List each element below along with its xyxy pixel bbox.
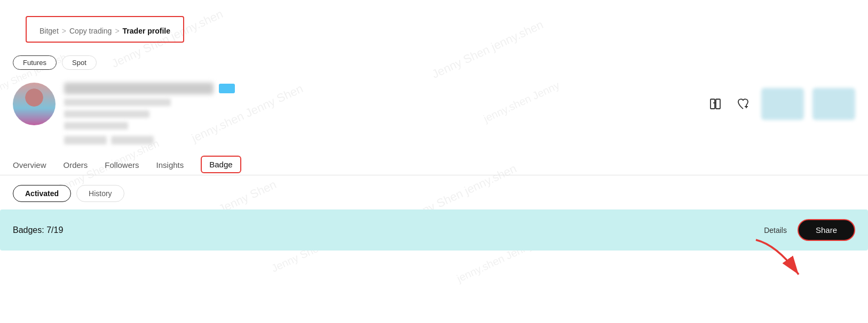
profile-right bbox=[706, 83, 855, 120]
badges-right: Details Share bbox=[764, 219, 855, 241]
trading-tabs: Futures Spot bbox=[0, 55, 868, 77]
tab-followers[interactable]: Followers bbox=[105, 155, 139, 175]
svg-rect-0 bbox=[711, 99, 715, 109]
svg-rect-1 bbox=[716, 99, 720, 109]
avatar-image bbox=[13, 83, 56, 125]
breadcrumb-sep-1: > bbox=[62, 27, 66, 35]
share-button[interactable]: Share bbox=[798, 219, 855, 241]
spot-tab[interactable]: Spot bbox=[62, 55, 97, 70]
tab-insights[interactable]: Insights bbox=[156, 155, 184, 175]
tab-orders[interactable]: Orders bbox=[64, 155, 88, 175]
activated-tab[interactable]: Activated bbox=[13, 185, 71, 202]
breadcrumb-sep-2: > bbox=[115, 27, 119, 35]
profile-name-row bbox=[64, 83, 235, 94]
profile-sub-2 bbox=[64, 110, 149, 118]
stats-box-1 bbox=[761, 88, 804, 120]
profile-tag-2 bbox=[111, 136, 154, 144]
breadcrumb-copy-trading[interactable]: Copy trading bbox=[69, 27, 112, 35]
badges-bar: Badges: 7/19 Details Share bbox=[0, 209, 868, 251]
profile-info bbox=[64, 83, 235, 144]
profile-left bbox=[13, 83, 235, 144]
profile-tag-1 bbox=[64, 136, 107, 144]
breadcrumb-trader-profile: Trader profile bbox=[123, 27, 170, 35]
tab-badge[interactable]: Badge bbox=[201, 156, 241, 173]
profile-tags bbox=[64, 136, 235, 144]
profile-sub-1 bbox=[64, 99, 171, 106]
stats-box-2 bbox=[812, 88, 855, 120]
nav-tabs: Overview Orders Followers Insights Badge bbox=[0, 155, 868, 175]
futures-tab[interactable]: Futures bbox=[13, 55, 57, 70]
breadcrumb-bitget[interactable]: Bitget bbox=[40, 27, 59, 35]
badge-tabs: Activated History bbox=[0, 175, 868, 209]
breadcrumb: Bitget > Copy trading > Trader profile bbox=[26, 16, 184, 43]
profile-section bbox=[0, 77, 868, 155]
badges-count: Badges: 7/19 bbox=[13, 225, 63, 235]
details-link[interactable]: Details bbox=[764, 226, 787, 235]
profile-name bbox=[64, 83, 214, 94]
follow-icon[interactable] bbox=[733, 94, 753, 114]
profile-badge bbox=[219, 84, 235, 93]
profile-sub-3 bbox=[64, 122, 128, 130]
page-content: Bitget > Copy trading > Trader profile F… bbox=[0, 0, 868, 251]
compare-icon[interactable] bbox=[706, 94, 725, 114]
history-tab[interactable]: History bbox=[76, 185, 124, 202]
tab-overview[interactable]: Overview bbox=[13, 155, 46, 175]
avatar bbox=[13, 83, 56, 125]
